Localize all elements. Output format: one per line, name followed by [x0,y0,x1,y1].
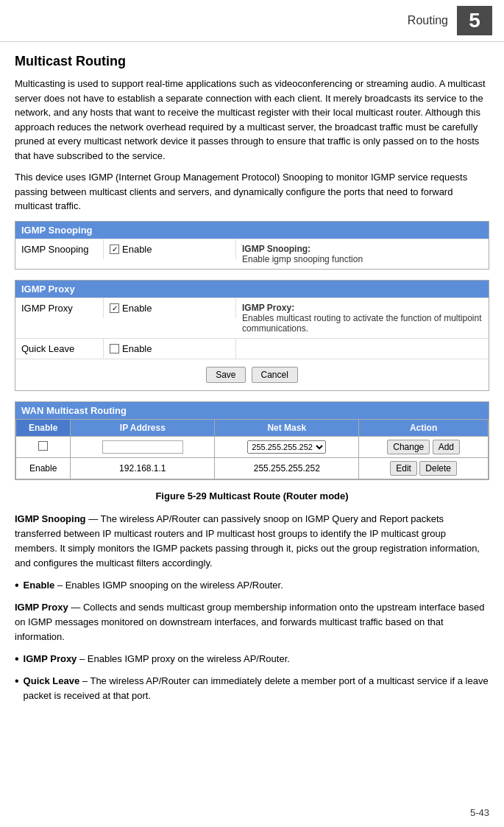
igmp-snooping-input-cell: Enable [104,239,236,259]
quick-leave-label: Quick Leave [15,339,104,359]
igmp-proxy-label: IGMP Proxy [15,298,104,318]
wan-input-row: 255.255.255.252 255.255.255.0 255.255.0.… [16,436,489,457]
igmp-snooping-checkbox[interactable] [110,244,119,254]
save-button[interactable]: Save [206,367,245,383]
igmp-snooping-section: IGMP Snooping IGMP Snooping Enable IGMP … [15,221,489,270]
igmp-snooping-desc-dash: — [86,513,101,524]
wan-table: Enable IP Address Net Mask Action [15,419,489,479]
wan-data-action-cell: Edit Delete [359,457,489,479]
bullet-quick-title: Quick Leave [24,675,80,686]
bullet-proxy-text: Enables IGMP proxy on the wireless AP/Ro… [88,653,290,664]
igmp-proxy-row: IGMP Proxy Enable IGMP Proxy: Enables mu… [15,298,489,338]
igmp-snooping-label: IGMP Snooping [15,239,104,259]
igmp-proxy-input-cell: Enable [104,298,236,318]
save-cancel-row: Save Cancel [15,359,489,390]
wan-table-header-row: Enable IP Address Net Mask Action [16,419,489,436]
wan-data-ip: 192.168.1.1 [119,463,166,474]
igmp-proxy-enable-label: Enable [122,303,152,314]
bullet-quick-dot: • [15,672,19,703]
wan-data-enable-label: Enable [29,463,57,474]
bullet-enable-text: Enables IGMP snooping on the wireless AP… [65,580,283,591]
quick-leave-row: Quick Leave Enable [15,338,489,359]
bullet-proxy-content: IGMP Proxy – Enables IGMP proxy on the w… [24,652,290,668]
wan-ip-input[interactable] [102,440,183,454]
igmp-proxy-help-title: IGMP Proxy: [242,303,294,313]
cancel-button[interactable]: Cancel [252,367,298,383]
wan-input-action-cell: Change Add [359,436,489,457]
wan-input-enable-checkbox[interactable] [38,441,48,451]
igmp-proxy-desc-dash: — [68,602,83,613]
bullet-proxy-dot: • [15,650,19,668]
igmp-proxy-desc: IGMP Proxy — Collects and sends multicas… [15,600,489,644]
igmp-snooping-help-title: IGMP Snooping: [242,244,310,254]
main-content: Multicast Routing Multicasting is used t… [0,42,504,720]
quick-leave-enable-label: Enable [122,343,152,354]
bullet-quick: • Quick Leave – The wireless AP/Router c… [15,674,489,703]
igmp-proxy-desc-title: IGMP Proxy [15,602,68,613]
wan-multicast-section: WAN Multicast Routing Enable IP Address … [15,401,489,480]
add-button[interactable]: Add [433,440,460,454]
igmp-snooping-desc: IGMP Snooping — The wireless AP/Router c… [15,512,489,571]
igmp-proxy-desc-text: Collects and sends multicast group membe… [15,602,485,642]
edit-button[interactable]: Edit [390,461,417,476]
wan-multicast-header: WAN Multicast Routing [15,402,489,419]
chapter-badge: 5 [457,6,492,35]
section-title: Multicast Routing [15,54,489,69]
figure-caption: Figure 5-29 Multicast Route (Router mode… [15,490,489,502]
bullet-enable-dot: • [15,577,19,594]
quick-leave-checkbox[interactable] [110,344,119,353]
figure-caption-text: Figure 5-29 Multicast Route (Router mode… [155,490,348,502]
wan-data-ip-cell: 192.168.1.1 [71,457,215,479]
wan-input-enable-cell [16,436,71,457]
igmp-proxy-section: IGMP Proxy IGMP Proxy Enable IGMP Proxy:… [15,280,489,391]
igmp-proxy-help-text: Enables multicast routing to activate th… [242,313,482,334]
bullet-enable-content: Enable – Enables IGMP snooping on the wi… [24,578,283,594]
bullet-enable-title: Enable [24,580,55,591]
bullet-enable-dash: – [54,580,65,591]
igmp-proxy-help: IGMP Proxy: Enables multicast routing to… [236,298,489,338]
bullet-enable: • Enable – Enables IGMP snooping on the … [15,578,489,594]
wan-data-netmask: 255.255.255.252 [254,463,320,474]
col-enable: Enable [16,419,71,436]
intro-paragraph-2: This device uses IGMP (Internet Group Ma… [15,170,489,214]
wan-data-enable-cell: Enable [16,457,71,479]
igmp-snooping-help: IGMP Snooping: Enable igmp snooping func… [236,239,489,269]
delete-button[interactable]: Delete [419,461,457,476]
wan-input-mask-cell: 255.255.255.252 255.255.255.0 255.255.0.… [215,436,359,457]
col-action: Action [359,419,489,436]
col-ip: IP Address [71,419,215,436]
bullet-proxy-title: IGMP Proxy [24,653,77,664]
wan-data-row: Enable 192.168.1.1 255.255.255.252 Edit … [16,457,489,479]
bullet-proxy: • IGMP Proxy – Enables IGMP proxy on the… [15,652,489,668]
wan-input-ip-cell [71,436,215,457]
quick-leave-input-cell: Enable [104,339,236,359]
col-netmask: Net Mask [215,419,359,436]
page-header: Routing 5 [0,0,504,42]
bullet-quick-text: The wireless AP/Router can immediately d… [24,675,489,701]
wan-data-mask-cell: 255.255.255.252 [215,457,359,479]
header-title: Routing [408,14,448,27]
igmp-snooping-enable-label: Enable [122,244,152,255]
page-footer: 5-43 [470,807,489,818]
bullet-quick-dash: – [79,675,90,686]
igmp-snooping-header: IGMP Snooping [15,222,489,239]
change-button[interactable]: Change [387,440,430,454]
bullet-quick-content: Quick Leave – The wireless AP/Router can… [24,674,489,703]
bullet-proxy-dash: – [77,653,87,664]
igmp-snooping-help-text: Enable igmp snooping function [242,254,363,264]
quick-leave-help [236,339,489,348]
igmp-proxy-checkbox[interactable] [110,303,119,313]
igmp-snooping-desc-title: IGMP Snooping [15,513,86,524]
igmp-snooping-row: IGMP Snooping Enable IGMP Snooping: Enab… [15,239,489,269]
page-number: 5-43 [470,807,489,818]
wan-netmask-select[interactable]: 255.255.255.252 255.255.255.0 255.255.0.… [247,440,326,454]
igmp-proxy-header: IGMP Proxy [15,281,489,298]
intro-paragraph-1: Multicasting is used to support real-tim… [15,77,489,163]
